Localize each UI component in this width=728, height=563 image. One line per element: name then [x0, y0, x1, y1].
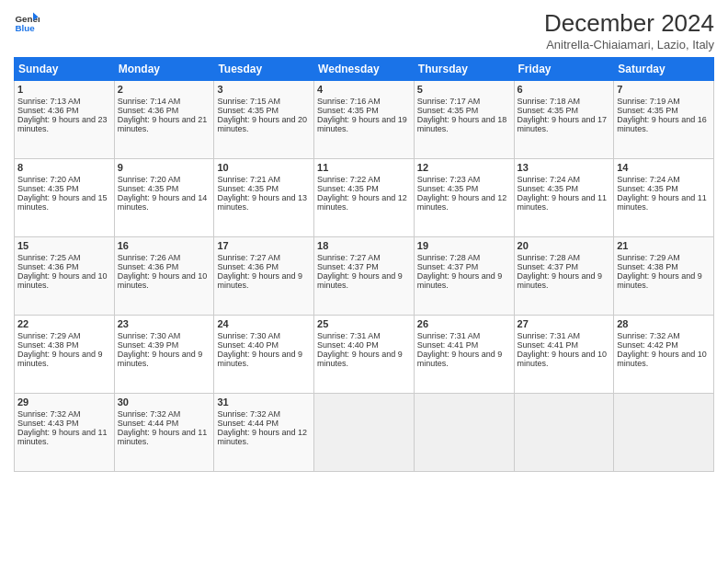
sunset-label: Sunset: 4:41 PM: [518, 340, 579, 350]
sunset-label: Sunset: 4:36 PM: [17, 106, 79, 115]
daylight-label: Daylight: 9 hours and 9 minutes.: [317, 350, 403, 368]
daylight-label: Daylight: 9 hours and 9 minutes.: [417, 271, 503, 290]
day-number: 17: [217, 240, 311, 251]
sunset-label: Sunset: 4:37 PM: [518, 262, 579, 271]
day-number: 27: [518, 318, 611, 329]
calendar-cell: 25 Sunrise: 7:31 AM Sunset: 4:40 PM Dayl…: [314, 316, 415, 394]
sunset-label: Sunset: 4:35 PM: [617, 106, 678, 115]
sunset-label: Sunset: 4:41 PM: [417, 340, 479, 350]
daylight-label: Daylight: 9 hours and 23 minutes.: [17, 115, 108, 133]
sunrise-label: Sunrise: 7:19 AM: [617, 97, 680, 106]
daylight-label: Daylight: 9 hours and 9 minutes.: [518, 271, 603, 290]
calendar-cell: 4 Sunrise: 7:16 AM Sunset: 4:35 PM Dayli…: [314, 81, 415, 159]
sunset-label: Sunset: 4:36 PM: [118, 262, 179, 271]
daylight-label: Daylight: 9 hours and 15 minutes.: [17, 193, 108, 212]
sunrise-label: Sunrise: 7:17 AM: [417, 97, 481, 106]
day-number: 28: [617, 318, 711, 329]
daylight-label: Daylight: 9 hours and 9 minutes.: [118, 350, 203, 368]
sunset-label: Sunset: 4:38 PM: [17, 340, 79, 350]
col-header-friday: Friday: [514, 58, 614, 81]
calendar-cell: 31 Sunrise: 7:32 AM Sunset: 4:44 PM Dayl…: [214, 394, 314, 472]
sunrise-label: Sunrise: 7:31 AM: [417, 331, 481, 340]
sunrise-label: Sunrise: 7:18 AM: [518, 97, 581, 106]
daylight-label: Daylight: 9 hours and 10 minutes.: [617, 350, 707, 368]
col-header-monday: Monday: [114, 58, 214, 81]
calendar-cell: 5 Sunrise: 7:17 AM Sunset: 4:35 PM Dayli…: [414, 81, 514, 159]
sunset-label: Sunset: 4:36 PM: [217, 262, 279, 271]
day-number: 4: [317, 84, 411, 95]
calendar-cell: 22 Sunrise: 7:29 AM Sunset: 4:38 PM Dayl…: [15, 316, 115, 394]
daylight-label: Daylight: 9 hours and 21 minutes.: [118, 115, 208, 133]
sunset-label: Sunset: 4:36 PM: [17, 262, 79, 271]
daylight-label: Daylight: 9 hours and 11 minutes.: [617, 193, 707, 212]
sunset-label: Sunset: 4:40 PM: [217, 340, 279, 350]
daylight-label: Daylight: 9 hours and 17 minutes.: [518, 115, 608, 133]
calendar-cell: 13 Sunrise: 7:24 AM Sunset: 4:35 PM Dayl…: [514, 159, 614, 237]
logo-icon: General Blue: [14, 9, 40, 35]
day-number: 11: [317, 162, 411, 173]
day-number: 18: [317, 240, 411, 251]
calendar-cell: 12 Sunrise: 7:23 AM Sunset: 4:35 PM Dayl…: [414, 159, 514, 237]
calendar-cell: 3 Sunrise: 7:15 AM Sunset: 4:35 PM Dayli…: [214, 81, 314, 159]
calendar-cell: 6 Sunrise: 7:18 AM Sunset: 4:35 PM Dayli…: [514, 81, 614, 159]
col-header-saturday: Saturday: [614, 58, 714, 81]
day-number: 7: [617, 84, 711, 95]
sunset-label: Sunset: 4:35 PM: [317, 184, 379, 193]
sunrise-label: Sunrise: 7:29 AM: [17, 331, 81, 340]
col-header-tuesday: Tuesday: [214, 58, 314, 81]
daylight-label: Daylight: 9 hours and 9 minutes.: [317, 271, 403, 290]
logo: General Blue: [14, 9, 40, 35]
daylight-label: Daylight: 9 hours and 9 minutes.: [217, 271, 302, 290]
calendar-cell: [614, 394, 714, 472]
sunset-label: Sunset: 4:40 PM: [317, 340, 379, 350]
calendar-cell: 2 Sunrise: 7:14 AM Sunset: 4:36 PM Dayli…: [114, 81, 214, 159]
daylight-label: Daylight: 9 hours and 11 minutes.: [17, 428, 108, 446]
sunset-label: Sunset: 4:37 PM: [417, 262, 479, 271]
sunrise-label: Sunrise: 7:27 AM: [317, 253, 381, 262]
sunset-label: Sunset: 4:35 PM: [518, 106, 579, 115]
calendar-cell: 30 Sunrise: 7:32 AM Sunset: 4:44 PM Dayl…: [114, 394, 214, 472]
svg-text:Blue: Blue: [15, 23, 35, 33]
day-number: 30: [118, 396, 211, 408]
daylight-label: Daylight: 9 hours and 10 minutes.: [17, 271, 108, 290]
main-title: December 2024: [544, 9, 714, 38]
day-number: 8: [17, 162, 111, 173]
day-number: 24: [217, 318, 311, 329]
calendar-cell: [514, 394, 614, 472]
sunset-label: Sunset: 4:35 PM: [518, 184, 579, 193]
sunrise-label: Sunrise: 7:25 AM: [17, 253, 81, 262]
sunrise-label: Sunrise: 7:24 AM: [617, 175, 680, 184]
calendar-cell: 1 Sunrise: 7:13 AM Sunset: 4:36 PM Dayli…: [15, 81, 115, 159]
day-number: 12: [417, 162, 511, 173]
sunrise-label: Sunrise: 7:15 AM: [217, 97, 280, 106]
daylight-label: Daylight: 9 hours and 9 minutes.: [417, 350, 503, 368]
calendar-cell: 9 Sunrise: 7:20 AM Sunset: 4:35 PM Dayli…: [114, 159, 214, 237]
calendar-cell: 11 Sunrise: 7:22 AM Sunset: 4:35 PM Dayl…: [314, 159, 415, 237]
calendar-cell: 8 Sunrise: 7:20 AM Sunset: 4:35 PM Dayli…: [15, 159, 115, 237]
calendar-cell: 17 Sunrise: 7:27 AM Sunset: 4:36 PM Dayl…: [214, 237, 314, 316]
calendar-cell: 28 Sunrise: 7:32 AM Sunset: 4:42 PM Dayl…: [614, 316, 714, 394]
col-header-sunday: Sunday: [15, 58, 115, 81]
page-header: General Blue December 2024 Anitrella-Chi…: [14, 9, 714, 52]
sunset-label: Sunset: 4:35 PM: [417, 106, 479, 115]
daylight-label: Daylight: 9 hours and 12 minutes.: [317, 193, 407, 212]
daylight-label: Daylight: 9 hours and 14 minutes.: [118, 193, 208, 212]
calendar-cell: 15 Sunrise: 7:25 AM Sunset: 4:36 PM Dayl…: [15, 237, 115, 316]
sunrise-label: Sunrise: 7:32 AM: [217, 409, 280, 419]
daylight-label: Daylight: 9 hours and 11 minutes.: [518, 193, 608, 212]
sunrise-label: Sunrise: 7:27 AM: [217, 253, 280, 262]
calendar-cell: [414, 394, 514, 472]
sunset-label: Sunset: 4:35 PM: [217, 184, 279, 193]
day-number: 25: [317, 318, 411, 329]
sunrise-label: Sunrise: 7:23 AM: [417, 175, 481, 184]
sunset-label: Sunset: 4:35 PM: [17, 184, 79, 193]
sunrise-label: Sunrise: 7:26 AM: [118, 253, 181, 262]
sunrise-label: Sunrise: 7:13 AM: [17, 97, 81, 106]
sunset-label: Sunset: 4:38 PM: [617, 262, 678, 271]
sunrise-label: Sunrise: 7:32 AM: [617, 331, 680, 340]
sunset-label: Sunset: 4:36 PM: [118, 106, 179, 115]
daylight-label: Daylight: 9 hours and 10 minutes.: [118, 271, 208, 290]
daylight-label: Daylight: 9 hours and 11 minutes.: [118, 428, 208, 446]
calendar-table: SundayMondayTuesdayWednesdayThursdayFrid…: [14, 57, 714, 472]
sunset-label: Sunset: 4:44 PM: [217, 419, 279, 428]
